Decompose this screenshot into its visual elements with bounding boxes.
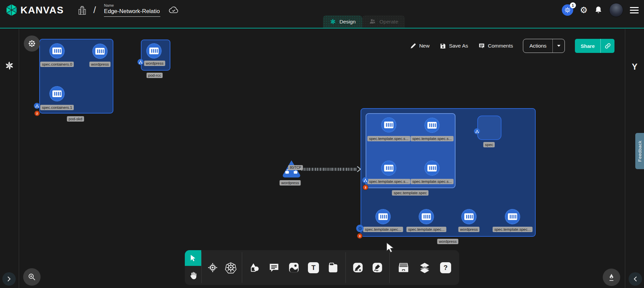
kanvas-brand[interactable]: KANVAS [5,3,64,17]
comment-tool-button[interactable] [267,260,281,275]
shapes-tool-button[interactable] [247,260,262,275]
relationship-badge[interactable] [474,128,480,134]
meshery-swirl-icon[interactable] [5,61,14,72]
container-icon [52,47,62,55]
node-label: spec.template.spec... [363,227,403,232]
group-label: wordpress [437,239,458,244]
comments-button[interactable]: Comments [478,43,513,49]
container-node[interactable] [92,44,108,59]
design-name-input[interactable] [104,8,160,17]
share-link-section[interactable] [600,39,614,53]
brand-wordmark: KANVAS [20,5,64,16]
save-as-button[interactable]: Save As [440,43,468,49]
container-node[interactable] [424,118,440,133]
network-edge[interactable] [302,168,357,171]
validator-icon[interactable]: Y [632,62,638,72]
kubernetes-tool-button[interactable] [223,260,238,275]
comments-icon [478,43,485,49]
pan-tool-button[interactable] [185,266,201,285]
menu-hamburger-icon[interactable] [630,7,639,13]
settings-gear-icon[interactable]: ⚙ [580,6,588,14]
image-tool-button[interactable] [286,260,301,275]
container-node[interactable] [49,43,65,59]
organization-icon[interactable] [78,5,87,15]
kubernetes-badge[interactable] [356,225,364,232]
group-label: pod-skd [67,116,84,122]
layers-tool-button[interactable] [417,260,432,275]
error-count-badge[interactable]: 2 [34,111,40,116]
container-node[interactable] [49,86,65,101]
pen-tool-button[interactable] [603,269,620,286]
design-action-bar: New Save As Comments Actions Share [410,39,614,53]
comments-button-label: Comments [488,43,513,49]
caret-down-icon [557,45,561,47]
container-node[interactable] [381,160,396,176]
node-label: spec.template.spec... [407,227,446,232]
chevron-right-icon [7,276,11,282]
share-button-label: Share [575,39,600,53]
zoom-button[interactable] [23,268,41,286]
group-label: pod-rcc [147,73,163,78]
pencil-icon [410,43,416,49]
note-tool-button[interactable] [326,260,340,275]
container-icon [427,164,437,172]
expand-right-panel-button[interactable] [629,272,642,286]
line-pencil-icon [352,262,364,273]
expand-left-panel-button[interactable] [2,272,16,286]
actions-dropdown-caret[interactable] [552,39,565,53]
canvas-settings-button[interactable] [24,35,40,52]
note-icon [327,262,339,273]
tab-operate[interactable]: Operate [362,15,405,28]
actions-button[interactable]: Actions [523,39,565,53]
breadcrumb-separator: / [93,5,96,15]
feedback-tab[interactable]: Feedback [635,133,644,169]
container-node[interactable] [505,209,520,224]
container-node[interactable] [424,160,440,176]
save-as-button-label: Save As [449,43,468,49]
select-tool-button[interactable] [185,250,201,266]
node-label: wordpress [144,61,165,66]
edge-label: 80/TCP [288,165,303,170]
drawer-tool-button[interactable] [396,260,411,275]
node-label: wordpress [89,62,110,67]
container-node[interactable] [419,209,434,224]
group-spec-template-spec[interactable] [366,113,455,188]
text-tool-button[interactable]: T [306,260,321,275]
notifications-bell-icon[interactable] [594,6,602,14]
help-tool-button[interactable]: ? [438,260,453,275]
tab-design[interactable]: Design [323,15,362,28]
text-tool-glyph: T [308,262,319,273]
container-icon [52,90,62,97]
error-count-badge[interactable]: 3 [363,185,368,190]
helm-wheel-icon [564,6,571,14]
container-node[interactable] [381,117,396,133]
node-label: wordpress [458,227,479,232]
container-icon [149,47,159,55]
relationship-badge[interactable] [34,103,40,109]
error-count-badge[interactable]: 3 [357,233,363,239]
spec-node[interactable] [477,116,501,140]
edge-draw-tool-button[interactable] [351,260,365,275]
tab-operate-label: Operate [379,19,398,25]
kubernetes-context-button[interactable]: 1 [562,4,573,16]
relationship-badge[interactable] [362,177,368,183]
new-button[interactable]: New [410,43,430,49]
container-icon [95,48,105,55]
node-label: spec.template.spec.s... [367,136,410,141]
container-icon [464,213,474,220]
container-icon [507,213,518,220]
share-button[interactable]: Share [575,39,614,53]
node-label: spec.template.spec.s... [367,179,410,184]
container-node[interactable] [375,209,391,224]
node-label: spec.containers.1 [40,105,74,110]
flower-gear-icon [28,40,36,48]
components-tool-button[interactable] [205,260,220,275]
relationship-badge[interactable] [138,59,144,65]
comment-icon [268,262,280,273]
freehand-draw-tool-button[interactable] [370,260,385,275]
container-node[interactable] [146,43,162,59]
tab-design-label: Design [339,19,356,25]
user-avatar[interactable] [609,3,623,17]
container-node[interactable] [461,209,477,224]
container-icon [384,164,394,172]
